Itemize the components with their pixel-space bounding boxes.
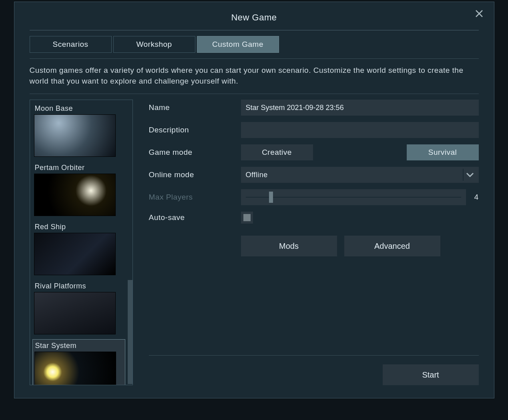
scenario-scrollbar[interactable] (128, 100, 133, 385)
scenario-label: Pertam Orbiter (34, 163, 124, 174)
scenario-label: Rival Platforms (34, 281, 124, 292)
close-icon[interactable] (473, 8, 485, 20)
scenario-thumbnail (34, 292, 116, 334)
scenario-label: Red Ship (34, 222, 124, 233)
gamemode-survival-button[interactable]: Survival (407, 144, 479, 160)
maxplayers-label: Max Players (149, 193, 241, 202)
scenario-item-red-ship[interactable]: Red Ship (32, 221, 125, 277)
new-game-window: New Game Scenarios Workshop Custom Game … (14, 2, 494, 398)
autosave-label: Auto-save (149, 213, 241, 222)
scenario-label: Star System (34, 341, 123, 352)
scenario-item-pertam-orbiter[interactable]: Pertam Orbiter (32, 162, 125, 218)
tab-description: Custom games offer a variety of worlds w… (30, 65, 479, 86)
name-label: Name (149, 103, 241, 112)
description-label: Description (149, 126, 241, 134)
form-area: Name Description Game mode Creative Surv… (149, 100, 479, 385)
divider (149, 355, 479, 356)
scenario-item-star-system[interactable]: Star System (32, 339, 125, 385)
scenario-list-panel: Moon Base Pertam Orbiter Red Ship Rival … (30, 100, 133, 385)
name-input[interactable] (241, 100, 479, 116)
start-button[interactable]: Start (383, 364, 479, 385)
scenario-item-moon-base[interactable]: Moon Base (32, 102, 125, 158)
tab-custom-game[interactable]: Custom Game (197, 36, 279, 53)
advanced-button[interactable]: Advanced (344, 236, 440, 256)
onlinemode-value: Offline (241, 167, 479, 183)
divider (30, 94, 479, 94)
onlinemode-label: Online mode (149, 170, 241, 179)
scenario-thumbnail (34, 114, 116, 157)
checkbox-checked-icon (243, 214, 251, 221)
divider (30, 58, 479, 59)
slider-handle[interactable] (269, 192, 273, 203)
tab-workshop[interactable]: Workshop (113, 36, 195, 53)
tab-scenarios[interactable]: Scenarios (30, 36, 112, 53)
scenario-item-rival-platforms[interactable]: Rival Platforms (32, 280, 125, 336)
maxplayers-value: 4 (472, 193, 479, 202)
autosave-checkbox[interactable] (241, 212, 253, 224)
chevron-down-icon[interactable] (463, 169, 476, 181)
scenario-label: Moon Base (34, 104, 124, 114)
description-input[interactable] (241, 122, 479, 138)
onlinemode-select[interactable]: Offline (241, 167, 479, 183)
gamemode-creative-button[interactable]: Creative (241, 144, 313, 160)
gamemode-label: Game mode (149, 148, 241, 157)
scenario-thumbnail (34, 352, 116, 385)
scenario-thumbnail (34, 233, 116, 275)
scrollbar-thumb[interactable] (128, 280, 133, 384)
page-title: New Game (30, 12, 479, 23)
mods-button[interactable]: Mods (241, 236, 337, 256)
divider (30, 30, 479, 30)
maxplayers-slider[interactable] (241, 189, 466, 205)
scenario-thumbnail (34, 174, 116, 216)
tab-bar: Scenarios Workshop Custom Game (30, 36, 479, 53)
footer: Start (149, 355, 479, 385)
